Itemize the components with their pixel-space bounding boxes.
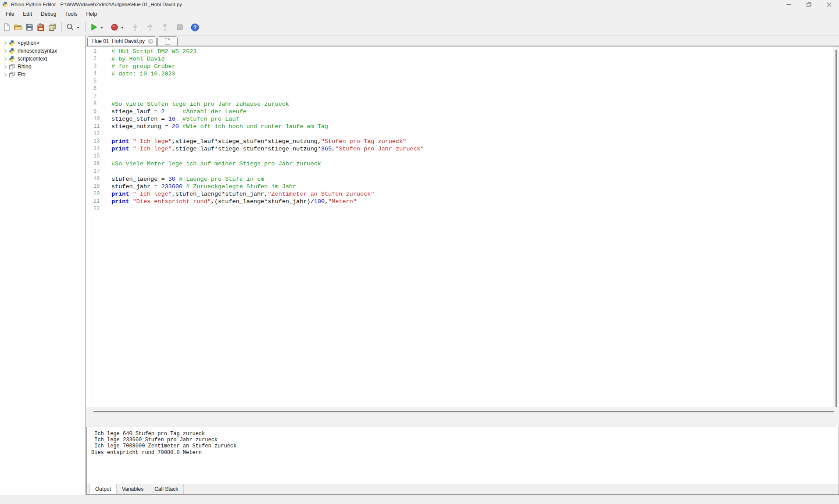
line-number: 9 bbox=[86, 108, 106, 115]
help-button[interactable]: ? bbox=[189, 21, 200, 33]
chevron-right-icon[interactable] bbox=[4, 73, 9, 77]
tree-item-label: scriptcontext bbox=[18, 56, 47, 62]
editor-vertical-scrollbar[interactable] bbox=[833, 46, 839, 417]
new-tab-button[interactable] bbox=[157, 36, 178, 46]
stop-button[interactable] bbox=[175, 21, 185, 33]
code-line-22[interactable]: 22 bbox=[86, 205, 833, 213]
code-line-5[interactable]: 5 bbox=[86, 78, 833, 85]
line-number: 10 bbox=[86, 115, 106, 123]
code-line-11[interactable]: 11stiege_nutzung = 20 #Wie oft ich hoch … bbox=[86, 123, 833, 130]
line-text bbox=[106, 78, 111, 85]
code-line-20[interactable]: 20print " Ich lege",stufen_laenge*stufen… bbox=[86, 190, 833, 198]
step-over-button[interactable] bbox=[145, 21, 155, 33]
sidebar-item-rhinoscriptsyntax[interactable]: rhinoscriptsyntax bbox=[0, 47, 85, 55]
code-line-6[interactable]: 6 bbox=[86, 85, 833, 93]
output-text: Ich lege 640 Stufen pro Tag zurueck Ich … bbox=[87, 427, 839, 484]
code-line-21[interactable]: 21print "Dies entspricht rund",(stufen_l… bbox=[86, 198, 833, 205]
horizontal-scrollbar-thumb[interactable] bbox=[93, 411, 834, 412]
output-panel: Ich lege 640 Stufen pro Tag zurueck Ich … bbox=[86, 427, 839, 495]
output-tab-call-stack[interactable]: Call Stack bbox=[149, 484, 184, 494]
save-all-icon bbox=[48, 23, 57, 32]
code-line-15[interactable]: 15 bbox=[86, 153, 833, 160]
output-line: Ich lege 640 Stufen pro Tag zurueck bbox=[91, 431, 834, 437]
line-number: 21 bbox=[86, 198, 106, 205]
save-button[interactable] bbox=[24, 21, 35, 33]
output-tab-variables[interactable]: Variables bbox=[117, 484, 149, 494]
code-line-2[interactable]: 2# by Hohl David bbox=[86, 55, 833, 63]
line-number: 11 bbox=[86, 123, 106, 130]
sidebar-item-scriptcontext[interactable]: scriptcontext bbox=[0, 55, 85, 63]
menu-help[interactable]: Help bbox=[82, 10, 101, 18]
line-number: 20 bbox=[86, 190, 106, 198]
code-line-4[interactable]: 4# date: 10.10.2023 bbox=[86, 70, 833, 78]
window-title: Rhino Python Editor - P:\WWW\daveh2\dm2\… bbox=[11, 2, 182, 7]
stop-icon bbox=[175, 23, 184, 32]
code-line-16[interactable]: 16#So viele Meter lege ich auf meiner St… bbox=[86, 160, 833, 168]
toolbar-separator bbox=[61, 22, 62, 32]
line-number: 1 bbox=[86, 48, 106, 55]
tab-close-icon[interactable] bbox=[148, 39, 154, 44]
line-number: 8 bbox=[86, 100, 106, 108]
code-line-17[interactable]: 17 bbox=[86, 168, 833, 175]
code-line-13[interactable]: 13print " Ich lege",stiege_lauf*stiege_s… bbox=[86, 138, 833, 145]
line-text: print " Ich lege",stiege_lauf*stiege_stu… bbox=[106, 138, 406, 145]
python-icon bbox=[9, 48, 16, 54]
close-button[interactable] bbox=[819, 0, 839, 9]
output-tab-output[interactable]: Output bbox=[89, 484, 117, 494]
chevron-right-icon[interactable] bbox=[4, 41, 9, 45]
code-line-8[interactable]: 8#So viele Stufen lege ich pro Jahr zuha… bbox=[86, 100, 833, 108]
code-editor[interactable]: 1# HU1 Script DM2 WS 20232# by Hohl Davi… bbox=[86, 46, 839, 417]
menu-edit[interactable]: Edit bbox=[19, 10, 36, 18]
code-line-10[interactable]: 10stiege_stufen = 16 #Stufen pro Lauf bbox=[86, 115, 833, 123]
line-text: stiege_lauf = 2 #Anzahl der Laeufe bbox=[106, 108, 246, 115]
menu-tools[interactable]: Tools bbox=[61, 10, 81, 18]
sidebar-item-eto[interactable]: Eto bbox=[0, 71, 85, 79]
open-file-button[interactable] bbox=[13, 21, 23, 33]
sidebar-item-rhino[interactable]: Rhino bbox=[0, 63, 85, 71]
new-file-icon bbox=[2, 23, 11, 32]
line-text: #So viele Stufen lege ich pro Jahr zuhau… bbox=[106, 100, 289, 108]
chevron-right-icon[interactable] bbox=[4, 65, 9, 69]
menu-file[interactable]: File bbox=[2, 10, 18, 18]
step-out-button[interactable] bbox=[160, 21, 170, 33]
tree-item-label: <python> bbox=[18, 40, 39, 46]
code-line-3[interactable]: 3# for group Gruber bbox=[86, 63, 833, 70]
step-into-button[interactable] bbox=[130, 21, 140, 33]
code-line-9[interactable]: 9stiege_lauf = 2 #Anzahl der Laeufe bbox=[86, 108, 833, 115]
run-button[interactable] bbox=[89, 21, 99, 33]
save-as-button[interactable] bbox=[36, 21, 46, 33]
chevron-right-icon[interactable] bbox=[4, 49, 9, 53]
code-line-18[interactable]: 18stufen_laenge = 30 # Laenge pro Stufe … bbox=[86, 175, 833, 183]
step-out-icon bbox=[161, 23, 169, 32]
line-number: 4 bbox=[86, 70, 106, 78]
line-text: stiege_stufen = 16 #Stufen pro Lauf bbox=[106, 115, 239, 123]
editor-horizontal-scrollbar[interactable] bbox=[86, 407, 839, 425]
menu-debug[interactable]: Debug bbox=[37, 10, 60, 18]
code-line-1[interactable]: 1# HU1 Script DM2 WS 2023 bbox=[86, 48, 833, 55]
line-text: stiege_nutzung = 20 #Wie oft ich hoch un… bbox=[106, 123, 328, 130]
line-number: 12 bbox=[86, 130, 106, 138]
record-button[interactable] bbox=[109, 21, 120, 33]
line-text: # HU1 Script DM2 WS 2023 bbox=[106, 48, 196, 55]
chevron-right-icon[interactable] bbox=[4, 57, 9, 61]
code-line-7[interactable]: 7 bbox=[86, 93, 833, 100]
window-controls bbox=[778, 0, 839, 9]
line-text: #So viele Meter lege ich auf meiner Stie… bbox=[106, 160, 321, 168]
restore-button[interactable] bbox=[799, 0, 819, 9]
minimize-button[interactable] bbox=[778, 0, 799, 9]
vertical-scrollbar-thumb[interactable] bbox=[835, 50, 837, 413]
step-over-icon bbox=[146, 23, 154, 32]
code-line-12[interactable]: 12 bbox=[86, 130, 833, 138]
search-button[interactable] bbox=[65, 21, 75, 33]
run-dropdown-caret[interactable] bbox=[100, 27, 103, 30]
search-dropdown-caret[interactable] bbox=[77, 27, 79, 30]
sidebar-item-python[interactable]: <python> bbox=[0, 39, 85, 47]
new-file-button[interactable] bbox=[1, 21, 12, 33]
record-dropdown-caret[interactable] bbox=[121, 27, 124, 30]
code-line-14[interactable]: 14print " Ich lege",stiege_lauf*stiege_s… bbox=[86, 145, 833, 153]
line-number: 22 bbox=[86, 205, 106, 213]
save-all-button[interactable] bbox=[47, 21, 57, 33]
output-panel-tabs: OutputVariablesCall Stack bbox=[87, 484, 839, 494]
code-line-19[interactable]: 19stufen_jahr = 233600 # Zurueckgelegte … bbox=[86, 183, 833, 190]
tab-hue01-hohl-david[interactable]: Hue 01_Hohl David.py bbox=[87, 36, 157, 46]
